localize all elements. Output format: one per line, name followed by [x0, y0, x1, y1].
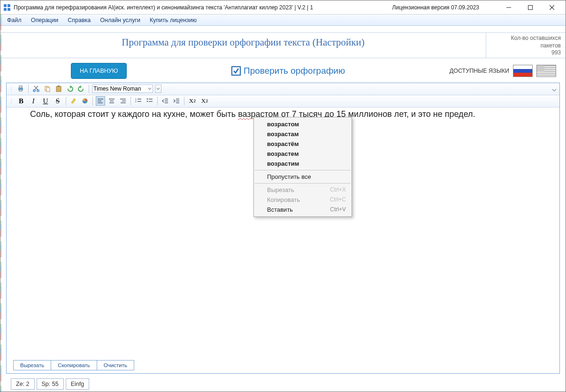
svg-point-35 [147, 101, 148, 102]
ctx-suggestion-5[interactable]: возрастим [254, 159, 352, 169]
packets-count: 993 [491, 49, 561, 57]
redo-button[interactable] [76, 84, 86, 93]
editor-panel: ⋮ Times New Roman [6, 83, 560, 374]
spellcheck-checkbox[interactable] [231, 66, 241, 76]
copy-button[interactable] [43, 84, 52, 93]
strikethrough-button[interactable]: S [53, 96, 63, 106]
packets-label: Кол-во оставшихся пакетов [491, 35, 561, 49]
svg-rect-18 [58, 85, 60, 87]
action-clear-button[interactable]: Очистить [97, 360, 134, 370]
toolbar-overflow-button[interactable] [552, 86, 558, 92]
status-line: Ze: 2 [11, 378, 35, 390]
svg-point-12 [37, 90, 39, 92]
action-cut-button[interactable]: Вырезать [13, 360, 51, 370]
status-column: Sp: 55 [37, 378, 64, 390]
flag-ru-icon[interactable] [513, 65, 533, 77]
menu-help[interactable]: Справка [63, 16, 95, 24]
window-maximize-button[interactable] [520, 1, 541, 14]
align-center-button[interactable] [107, 96, 116, 106]
spellcheck-label[interactable]: Проверить орфографию [244, 66, 345, 76]
sub-toolbar: НА ГЛАВНУЮ Проверить орфографию ДОСТУПНЫ… [0, 58, 566, 83]
window-title: Программа для перефразирования AI(иск. и… [14, 4, 313, 11]
doc-text-before: Соль, которая стоит у каждого на кухне, … [30, 109, 238, 119]
ctx-copy: КопироватьCtrl+C [254, 195, 352, 205]
action-copy-button[interactable]: Скопировать [51, 360, 97, 370]
print-button[interactable] [16, 84, 25, 93]
toolbar-grip-icon: ⋮ [8, 99, 14, 104]
align-right-button[interactable] [118, 96, 128, 106]
svg-rect-17 [56, 86, 61, 92]
cut-button[interactable] [31, 84, 41, 93]
bold-button[interactable]: B [16, 96, 26, 106]
font-family-select[interactable]: Times New Roman [92, 85, 153, 93]
indent-button[interactable] [172, 96, 181, 106]
svg-text:2: 2 [135, 100, 137, 103]
font-color-button[interactable] [80, 96, 90, 106]
ctx-suggestion-3[interactable]: возрастём [254, 139, 352, 149]
align-left-button[interactable] [96, 96, 105, 106]
ctx-cut: ВырезатьCtrl+X [254, 185, 352, 195]
svg-rect-3 [8, 8, 10, 11]
paste-button[interactable] [54, 84, 63, 93]
svg-rect-2 [4, 8, 7, 11]
ctx-suggestion-1[interactable]: возрастом [254, 119, 352, 129]
page-header: Программа для проверки орфографии текста… [0, 32, 566, 58]
superscript-button[interactable]: X2 [199, 96, 210, 106]
context-menu: возрастом возрастам возрастём возрастем … [253, 117, 352, 217]
window-close-button[interactable] [541, 1, 563, 14]
svg-point-11 [33, 90, 35, 92]
menu-buy[interactable]: Купить лицензию [145, 16, 201, 24]
italic-button[interactable]: I [28, 96, 38, 106]
available-langs-label: ДОСТУПНЫЕ ЯЗЫКИ [450, 68, 509, 74]
font-size-select[interactable] [155, 85, 161, 93]
status-mode: Einfg [66, 378, 90, 390]
packets-remaining-box: Кол-во оставшихся пакетов 993 [486, 33, 566, 58]
ctx-suggestion-4[interactable]: возрастем [254, 149, 352, 159]
menu-operations[interactable]: Операции [26, 16, 63, 24]
svg-rect-10 [19, 90, 22, 91]
outdent-button[interactable] [161, 96, 170, 106]
svg-rect-9 [19, 86, 22, 88]
flag-us-icon[interactable] [536, 65, 556, 77]
window-minimize-button[interactable] [498, 1, 520, 14]
chevron-down-icon [148, 85, 152, 92]
menu-bar: Файл Операции Справка Онлайн услуги Купи… [0, 15, 566, 26]
menu-online[interactable]: Онлайн услуги [95, 16, 145, 24]
page-title: Программа для проверки орфографии текста… [122, 37, 365, 48]
subscript-button[interactable]: X2 [187, 96, 198, 106]
bulleted-list-button[interactable] [145, 96, 154, 106]
numbered-list-button[interactable]: 12 [134, 96, 143, 106]
underline-button[interactable]: U [40, 96, 51, 106]
svg-point-34 [147, 99, 148, 100]
ctx-paste[interactable]: ВставитьCtrl+V [254, 205, 352, 215]
app-icon [3, 4, 11, 11]
document-area[interactable]: Соль, которая стоит у каждого на кухне, … [7, 108, 559, 360]
svg-rect-0 [4, 4, 7, 7]
menu-file[interactable]: Файл [2, 16, 26, 24]
ctx-skip-all[interactable]: Пропустить все [254, 172, 352, 182]
undo-button[interactable] [65, 84, 75, 93]
ctx-suggestion-2[interactable]: возрастам [254, 129, 352, 139]
editor-toolbar-row1: ⋮ Times New Roman [7, 83, 559, 95]
svg-rect-1 [8, 4, 10, 7]
editor-toolbar-row2: ⋮ B I U S 12 [7, 95, 559, 108]
font-family-value: Times New Roman [93, 85, 141, 92]
toolbar-grip-icon: ⋮ [8, 86, 14, 92]
svg-rect-5 [528, 5, 533, 9]
title-bar: Программа для перефразирования AI(иск. и… [0, 0, 566, 15]
editor-actions: Вырезать Скопировать Очистить [7, 360, 559, 373]
status-bar: Ze: 2 Sp: 55 Einfg [0, 377, 566, 392]
svg-rect-16 [46, 87, 50, 92]
svg-line-13 [35, 86, 38, 90]
svg-line-14 [34, 86, 38, 90]
highlight-color-button[interactable] [69, 96, 78, 106]
license-label: Лицензионная версия 07.09.2023 [392, 4, 479, 11]
home-button[interactable]: НА ГЛАВНУЮ [71, 63, 127, 79]
